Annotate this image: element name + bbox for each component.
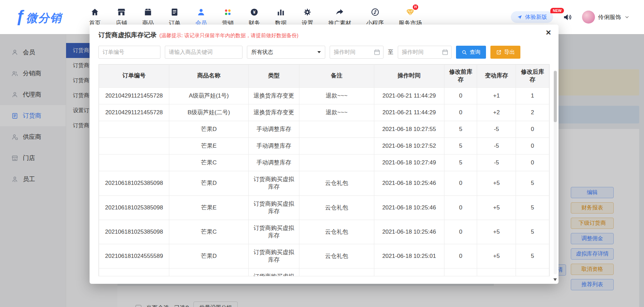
- nav-icon-wrap: [335, 8, 344, 17]
- table-row: 芒果C手动调整库存2021-06-18 10:27:495-50: [99, 155, 549, 171]
- shop-icon: [117, 8, 126, 17]
- export-button[interactable]: 导出: [490, 46, 520, 59]
- table-cell: 2021-06-18 10:25:46: [374, 171, 444, 195]
- export-button-label: 导出: [504, 49, 515, 56]
- table-cell: 5: [516, 244, 549, 268]
- table-cell: 芒果E: [169, 195, 249, 220]
- speaker-icon[interactable]: [563, 12, 572, 22]
- table-cell: 0: [516, 138, 549, 155]
- table-cell: 云仓礼包: [299, 195, 374, 220]
- nav-icon-wrap: [197, 8, 206, 17]
- topnav-item-order[interactable]: 订单: [161, 8, 188, 27]
- table-cell: 202106181025385098: [99, 220, 169, 244]
- topnav-item-miniprogram[interactable]: 小程序: [359, 8, 391, 27]
- table-cell: 2021-06-18 10:25:46: [374, 220, 444, 244]
- nav-icon-wrap: [223, 8, 232, 17]
- table-cell: 5: [516, 171, 549, 195]
- table-cell: 5: [444, 138, 477, 155]
- user-menu[interactable]: 伶俐服饰: [582, 11, 630, 24]
- topnav-item-service-market[interactable]: H 服务市场: [391, 8, 429, 27]
- table-cell: 2021-06-18 10:27:49: [374, 155, 444, 171]
- table-cell: 0: [444, 220, 477, 244]
- table-cell: [299, 155, 374, 171]
- column-header: 备注: [299, 65, 374, 88]
- brand-logo[interactable]: ƒ 微分销: [16, 8, 62, 26]
- modal-scrollbar[interactable]: [554, 70, 557, 274]
- nav-icon-wrap: [170, 8, 179, 17]
- table-cell: 5: [444, 121, 477, 138]
- table-cell: 云仓礼包: [299, 244, 374, 268]
- table-cell: 202104291121455728: [99, 104, 169, 121]
- try-new-version-label: 体验新版: [525, 14, 547, 21]
- order-no-input[interactable]: [98, 46, 160, 59]
- chevron-down-icon: [624, 14, 630, 20]
- table-row: 订货商购买虚拟: [99, 268, 549, 276]
- logo-icon: ƒ: [16, 8, 25, 25]
- topnav-item-data[interactable]: 数据: [268, 8, 294, 27]
- column-header: 修改前库存: [444, 65, 477, 88]
- table-cell: 2021-06-18 10:27:55: [374, 121, 444, 138]
- table-cell: 2: [516, 104, 549, 121]
- table-cell: 退换货库存变更: [248, 87, 299, 104]
- table-row: 202106181025385098芒果D订货商购买虚拟库存云仓礼包2021-0…: [99, 171, 549, 195]
- calendar-icon[interactable]: [374, 49, 380, 56]
- table-cell: 芒果D: [169, 171, 249, 195]
- table-cell: 2021-06-18 10:25:46: [374, 195, 444, 220]
- table-cell: [99, 155, 169, 171]
- table-cell: [374, 268, 444, 276]
- topnav-item-promo-material[interactable]: 推广素材: [321, 8, 359, 27]
- table-cell: 订货商购买虚拟库存: [248, 195, 299, 220]
- data-icon: [276, 8, 285, 17]
- topnav-item-goods[interactable]: 商品: [135, 8, 161, 27]
- table-cell: 2021-06-21 11:44:29: [374, 104, 444, 121]
- date-start-box: [330, 46, 383, 59]
- table-row: 芒果E手动调整库存2021-06-18 10:27:525-50: [99, 138, 549, 155]
- table-cell: 202106181025385098: [99, 171, 169, 195]
- table-cell: 订货商购买虚拟库存: [248, 171, 299, 195]
- nav-icon-wrap: ¥: [250, 8, 259, 17]
- table-cell: 芒果D: [169, 244, 249, 268]
- topnav-item-shop[interactable]: 店铺: [108, 8, 135, 27]
- topnav-item-finance[interactable]: ¥ 财务: [241, 8, 268, 27]
- export-icon: [496, 49, 502, 55]
- table-cell: 芒果C: [169, 220, 249, 244]
- icon-badge: H: [413, 4, 418, 10]
- table-cell: +5: [477, 220, 516, 244]
- finance-icon: ¥: [250, 8, 259, 17]
- table-cell: [99, 268, 169, 276]
- virtual-stock-modal: 订货商虚拟库存记录 (温馨提示: 该记录只保留半年内的数据，请提前做好数据备份)…: [90, 25, 559, 284]
- svg-text:¥: ¥: [253, 10, 256, 15]
- table-cell: 202106181024555589: [99, 244, 169, 268]
- topnav-item-member[interactable]: 会员: [188, 8, 215, 27]
- settings-icon: [303, 8, 312, 17]
- calendar-icon[interactable]: [442, 49, 449, 56]
- table-cell: 0: [444, 87, 477, 104]
- topnav-item-marketing[interactable]: 营销: [215, 8, 241, 27]
- try-new-version-button[interactable]: 体验新版 NEW: [511, 11, 553, 23]
- table-cell: 202106181025385098: [99, 195, 169, 220]
- table-cell: [516, 268, 549, 276]
- scrollbar-thumb[interactable]: [554, 71, 557, 122]
- table-cell: 202104291121455728: [99, 87, 169, 104]
- table-cell: 云仓礼包: [299, 220, 374, 244]
- scroll-down-icon[interactable]: [553, 278, 557, 281]
- keyword-input[interactable]: [165, 46, 242, 59]
- topnav-item-home[interactable]: 首页: [82, 8, 108, 27]
- table-cell: +5: [477, 195, 516, 220]
- table-cell: 芒果E: [169, 138, 249, 155]
- table-cell: 芒果D: [169, 121, 249, 138]
- topnav-item-settings[interactable]: 设置: [294, 8, 321, 27]
- close-button[interactable]: ×: [546, 28, 551, 37]
- table-cell: 退款~~~: [299, 87, 374, 104]
- status-select[interactable]: 所有状态: [247, 46, 325, 59]
- table-cell: 0: [516, 155, 549, 171]
- brand-name: 微分销: [26, 11, 62, 26]
- caret-down-icon: [317, 51, 321, 53]
- table-cell: 0: [516, 121, 549, 138]
- table-cell: A级葫芦娃(1号): [169, 87, 249, 104]
- column-header: 类型: [248, 65, 299, 88]
- table-cell: +5: [477, 171, 516, 195]
- search-button[interactable]: 查询: [456, 46, 486, 59]
- table-cell: -5: [477, 138, 516, 155]
- nav-icon-wrap: H: [406, 8, 415, 17]
